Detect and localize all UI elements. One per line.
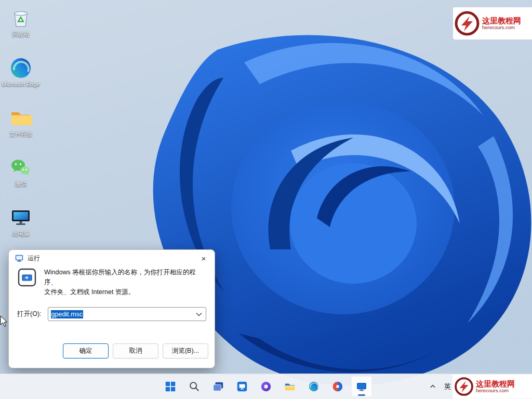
desktop-icon-this-pc[interactable]: 此电脑	[1, 206, 41, 248]
watermark-site-url: herecours.com	[482, 25, 521, 31]
system-tray: 英	[428, 374, 451, 399]
run-dialog-titlebar[interactable]: 运行 ×	[9, 250, 215, 267]
recycle-bin-icon	[9, 6, 33, 30]
purple-app-button[interactable]	[256, 376, 276, 397]
browse-button[interactable]: 浏览(B)...	[163, 343, 208, 358]
active-monitor-app-icon	[355, 380, 368, 393]
desktop-icon-wechat[interactable]: 微信	[1, 156, 41, 198]
watermark-site-name: 这里教程网	[476, 379, 515, 388]
watermark-bottom: 这里教程网 herecours.com	[453, 375, 532, 398]
selected-text: gpedit.msc	[51, 310, 83, 318]
chevron-down-icon[interactable]	[193, 309, 205, 320]
desktop-icon-microsoft-edge[interactable]: Microsoft Edge	[1, 56, 41, 99]
task-view-button[interactable]	[208, 376, 229, 397]
desktop-icon-label: 文件存放	[9, 131, 32, 138]
desktop-icon-label: 回收站	[12, 31, 30, 38]
red-blue-app-button[interactable]	[327, 376, 348, 397]
watermark-logo-icon	[454, 10, 480, 36]
run-dialog-icon	[15, 254, 23, 262]
wechat-icon	[9, 156, 33, 180]
chevron-up-icon[interactable]	[428, 381, 438, 392]
blue-app-button[interactable]	[232, 376, 252, 397]
mouse-cursor	[0, 316, 8, 327]
cancel-button[interactable]: 取消	[113, 343, 158, 358]
red-blue-app-icon	[331, 380, 344, 393]
search-button[interactable]	[184, 376, 205, 397]
task-view-icon	[212, 380, 224, 393]
folder-icon	[9, 106, 33, 130]
desktop-icon-label: 此电脑	[12, 231, 30, 238]
open-input[interactable]: gpedit.msc	[51, 311, 193, 318]
desktop-icon-column: 回收站 Microsoft Edge 文件存放	[1, 6, 41, 256]
desktop-icon-file-folder[interactable]: 文件存放	[1, 106, 41, 149]
watermark-site-url: herecours.com	[476, 388, 515, 394]
desktop-icon-label: Microsoft Edge	[2, 81, 39, 88]
run-dialog-description: Windows 将根据你所输入的名称，为你打开相应的程序、 文件夹、文档或 In…	[44, 268, 206, 297]
desktop-icon-label: 微信	[15, 181, 26, 188]
ime-indicator[interactable]: 英	[444, 382, 451, 391]
ok-button[interactable]: 确定	[63, 343, 109, 358]
file-explorer-button[interactable]	[280, 376, 300, 397]
taskbar-center-icons	[160, 374, 372, 399]
search-icon	[188, 380, 201, 393]
run-icon	[17, 268, 37, 297]
desktop-icon-recycle-bin[interactable]: 回收站	[1, 6, 41, 49]
open-label: 打开(O):	[17, 310, 42, 318]
start-button[interactable]	[160, 376, 181, 397]
edge-button[interactable]	[303, 376, 324, 397]
edge-icon	[9, 56, 33, 80]
watermark-logo-icon	[454, 377, 474, 396]
close-button[interactable]: ×	[193, 250, 215, 267]
monitor-icon	[9, 206, 33, 230]
watermark-top: 这里教程网 herecours.com	[453, 7, 532, 39]
open-combobox[interactable]: gpedit.msc	[48, 307, 206, 321]
run-dialog-title: 运行	[28, 254, 40, 263]
watermark-site-name: 这里教程网	[482, 16, 521, 25]
purple-app-icon	[260, 380, 272, 393]
blue-app-icon	[236, 380, 248, 393]
active-app-button[interactable]	[351, 376, 372, 397]
run-dialog: 运行 × Windows 将根据你所输入的名称，为你打开相应的程序、 文件夹、文…	[8, 249, 215, 368]
start-icon	[164, 380, 177, 393]
file-explorer-icon	[284, 380, 296, 393]
edge-icon	[308, 380, 320, 393]
